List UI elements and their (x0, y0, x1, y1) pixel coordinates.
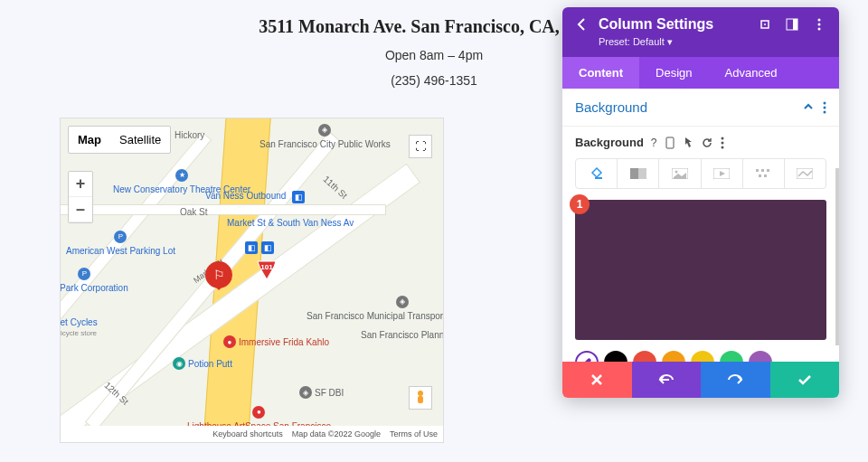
color-preview[interactable] (575, 200, 826, 340)
svg-point-7 (818, 19, 821, 22)
transit-icon: ◧ (245, 241, 258, 254)
save-button[interactable] (770, 362, 840, 398)
svg-point-10 (824, 101, 826, 104)
color-picker-button[interactable] (575, 351, 599, 362)
google-map[interactable]: Hickory Oak St 11th St 12th St Market St… (60, 118, 444, 443)
settings-tabs: Content Design Advanced (562, 57, 839, 89)
map-type-toggle[interactable]: Map Satellite (68, 126, 171, 154)
transit-icon: ◧ (292, 191, 305, 203)
svg-point-9 (818, 28, 821, 31)
map-marker[interactable]: ⚐ (205, 261, 232, 288)
label-hickory: Hickory (175, 130, 204, 140)
svg-rect-28 (764, 174, 767, 177)
bg-video-tab[interactable] (702, 159, 743, 188)
poi-market-south: Market St & South Van Ness Av (227, 218, 354, 228)
map-shortcuts-link[interactable]: Keyboard shortcuts (212, 429, 283, 438)
svg-point-4 (764, 24, 766, 25)
back-icon[interactable] (575, 17, 590, 32)
label-oak: Oak St (180, 207, 208, 217)
panel-header[interactable]: Column Settings Preset: Default ▾ (562, 7, 839, 57)
svg-point-1 (418, 391, 423, 396)
label-11th: 11th St (321, 174, 349, 200)
poi-public-works: San Francisco City Public Works (259, 139, 391, 149)
help-icon[interactable]: ? (651, 137, 657, 149)
tab-content[interactable]: Content (562, 57, 639, 89)
panel-title: Column Settings (599, 16, 713, 33)
zoom-out-button[interactable]: – (69, 197, 92, 222)
svg-point-21 (675, 171, 677, 174)
bg-mask-tab[interactable] (785, 159, 826, 188)
expand-icon[interactable] (758, 17, 772, 32)
poi-planning: San Francisco Planning Dep (361, 330, 444, 340)
svg-rect-27 (759, 174, 761, 177)
collapse-icon[interactable] (803, 101, 814, 114)
map-zoom-controls: + – (68, 171, 93, 223)
map-tab-satellite[interactable]: Satellite (110, 127, 170, 153)
svg-rect-13 (666, 137, 674, 148)
map-copyright: Map data ©2022 Google (292, 429, 381, 438)
scrollbar[interactable] (835, 168, 839, 345)
bg-gradient-tab[interactable] (618, 159, 659, 188)
background-type-tabs (575, 158, 826, 189)
poi-eet: eet Cycles (60, 317, 98, 327)
marker-icon: ⚐ (213, 268, 225, 282)
svg-rect-19 (630, 168, 638, 179)
step-badge: 1 (570, 194, 590, 214)
poi-muni: San Francisco Municipal Transportation A… (307, 311, 444, 321)
map-terms-link[interactable]: Terms of Use (390, 429, 438, 438)
bg-color-tab[interactable] (576, 159, 618, 188)
cancel-button[interactable] (562, 362, 632, 398)
palette-yellow[interactable] (691, 351, 714, 362)
poi-star-park: Star Park Corporation (60, 283, 128, 293)
palette-black[interactable] (604, 351, 627, 362)
svg-point-11 (824, 106, 826, 108)
section-menu-icon[interactable] (823, 101, 826, 114)
poi-aw-parking: American West Parking Lot (66, 246, 175, 256)
palette-purple[interactable] (749, 351, 772, 362)
color-palette (562, 351, 839, 362)
svg-rect-2 (418, 396, 423, 403)
poi-eet-sub: Bicycle store (60, 330, 97, 338)
poi-vanness: Van Ness Outbound (205, 191, 286, 201)
reset-icon[interactable] (701, 137, 713, 149)
snap-icon[interactable] (785, 17, 799, 32)
svg-point-16 (721, 146, 723, 148)
poi-potion: Potion Putt (188, 359, 232, 369)
undo-button[interactable] (632, 362, 702, 398)
preset-selector[interactable]: Preset: Default ▾ (599, 36, 826, 48)
responsive-icon[interactable] (665, 137, 675, 149)
svg-rect-25 (761, 169, 764, 172)
section-background[interactable]: Background (575, 99, 647, 115)
bg-pattern-tab[interactable] (743, 159, 785, 188)
svg-point-8 (818, 24, 821, 26)
row-menu-icon[interactable] (721, 137, 724, 149)
svg-rect-6 (793, 19, 797, 30)
redo-button[interactable] (701, 362, 770, 398)
tab-advanced[interactable]: Advanced (709, 57, 794, 89)
poi-dbi: SF DBI (315, 388, 344, 398)
svg-point-12 (824, 110, 826, 113)
hover-icon[interactable] (683, 137, 693, 149)
svg-text:101: 101 (260, 263, 273, 271)
tab-design[interactable]: Design (639, 57, 708, 89)
more-icon[interactable] (812, 17, 826, 32)
panel-footer (562, 362, 839, 398)
bg-image-tab[interactable] (659, 159, 701, 188)
background-label: Background (575, 136, 644, 149)
svg-point-15 (721, 141, 723, 144)
poi-frida: ●Immersive Frida Kahlo (223, 335, 329, 348)
transit-icon: ◧ (261, 241, 274, 254)
svg-rect-26 (767, 169, 769, 172)
hwy-shield: 101 (256, 261, 276, 278)
map-fullscreen-button[interactable]: ⛶ (409, 135, 432, 158)
svg-point-14 (721, 137, 723, 139)
column-settings-panel: Column Settings Preset: Default ▾ Conten… (562, 7, 839, 398)
oak-street (60, 204, 386, 215)
map-tab-map[interactable]: Map (69, 127, 110, 153)
palette-orange[interactable] (662, 351, 685, 362)
palette-green[interactable] (720, 351, 743, 362)
svg-rect-24 (756, 169, 759, 172)
palette-red[interactable] (633, 351, 656, 362)
street-view-button[interactable] (409, 386, 432, 410)
zoom-in-button[interactable]: + (69, 172, 92, 197)
